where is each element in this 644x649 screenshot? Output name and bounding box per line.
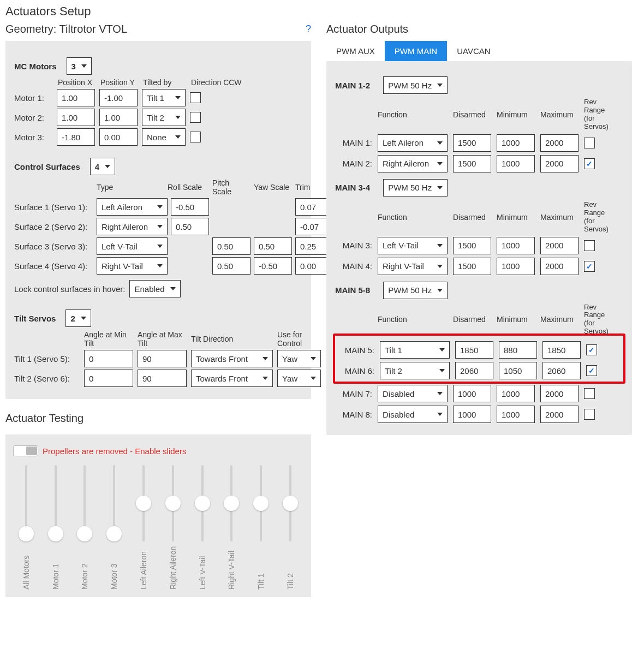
slider-thumb[interactable] bbox=[283, 496, 298, 511]
tilt-servos-count-select[interactable]: 2 bbox=[65, 309, 91, 327]
output-func-select[interactable]: Disabled bbox=[378, 406, 448, 423]
output-rev-checkbox[interactable]: ✓ bbox=[586, 365, 597, 376]
output-rev-checkbox[interactable] bbox=[584, 240, 595, 251]
motor-ccw-checkbox[interactable] bbox=[190, 112, 201, 123]
tilt-amax-input[interactable]: 90 bbox=[138, 370, 187, 387]
tilt-amin-input[interactable]: 0 bbox=[84, 370, 133, 387]
tab-uavcan[interactable]: UAVCAN bbox=[447, 41, 500, 61]
output-freq-select[interactable]: PWM 50 Hz bbox=[383, 282, 448, 299]
output-rev-checkbox[interactable]: ✓ bbox=[584, 158, 595, 169]
slider-track[interactable] bbox=[142, 465, 145, 541]
slider-thumb[interactable] bbox=[48, 526, 63, 541]
slider-track[interactable] bbox=[55, 465, 57, 541]
output-func-select[interactable]: Right V-Tail bbox=[378, 258, 448, 275]
output-max-input[interactable]: 2000 bbox=[540, 385, 579, 402]
surface-roll-input[interactable]: 0.50 bbox=[171, 218, 209, 235]
help-icon[interactable]: ? bbox=[306, 23, 311, 35]
output-min-input[interactable]: 1000 bbox=[497, 134, 535, 152]
output-disarmed-input[interactable]: 2060 bbox=[455, 362, 493, 379]
slider-track[interactable] bbox=[84, 465, 86, 541]
slider-track[interactable] bbox=[201, 465, 204, 541]
motor-tilt-select[interactable]: None bbox=[142, 128, 186, 146]
motor-posx-input[interactable]: 1.00 bbox=[57, 89, 95, 106]
enable-sliders-toggle[interactable] bbox=[13, 445, 38, 456]
output-max-input[interactable]: 2000 bbox=[540, 155, 579, 172]
slider-thumb[interactable] bbox=[106, 526, 122, 541]
output-min-input[interactable]: 1000 bbox=[497, 155, 535, 172]
output-disarmed-input[interactable]: 1500 bbox=[453, 155, 491, 172]
slider-thumb[interactable] bbox=[19, 526, 34, 541]
output-rev-checkbox[interactable] bbox=[584, 409, 595, 420]
output-freq-select[interactable]: PWM 50 Hz bbox=[383, 76, 448, 94]
tilt-use-select[interactable]: Yaw bbox=[277, 370, 321, 387]
output-disarmed-input[interactable]: 1000 bbox=[453, 385, 491, 402]
surface-type-select[interactable]: Right Aileron bbox=[97, 218, 168, 235]
slider-track[interactable] bbox=[230, 465, 232, 541]
output-rev-checkbox[interactable] bbox=[584, 388, 595, 399]
motor-posx-input[interactable]: -1.80 bbox=[57, 128, 95, 146]
lock-hover-select[interactable]: Enabled bbox=[129, 280, 180, 297]
surface-yaw-input[interactable]: 0.50 bbox=[254, 237, 292, 255]
tilt-dir-select[interactable]: Towards Front bbox=[191, 370, 273, 387]
output-max-input[interactable]: 2000 bbox=[540, 258, 579, 275]
output-min-input[interactable]: 1000 bbox=[497, 237, 535, 254]
slider-thumb[interactable] bbox=[77, 526, 92, 541]
motor-posx-input[interactable]: 1.00 bbox=[57, 109, 95, 126]
surface-type-select[interactable]: Right V-Tail bbox=[97, 257, 168, 275]
output-min-input[interactable]: 1000 bbox=[497, 406, 535, 423]
tilt-amax-input[interactable]: 90 bbox=[138, 350, 187, 367]
output-func-select[interactable]: Tilt 1 bbox=[380, 341, 450, 359]
output-max-input[interactable]: 2000 bbox=[540, 237, 579, 254]
output-disarmed-input[interactable]: 1000 bbox=[453, 406, 491, 423]
control-surfaces-count-select[interactable]: 4 bbox=[90, 158, 115, 175]
output-disarmed-input[interactable]: 1500 bbox=[453, 258, 491, 275]
output-max-input[interactable]: 2060 bbox=[542, 362, 581, 379]
output-min-input[interactable]: 1000 bbox=[497, 385, 535, 402]
tilt-dir-select[interactable]: Towards Front bbox=[191, 350, 273, 367]
output-max-input[interactable]: 2000 bbox=[540, 406, 579, 423]
slider-track[interactable] bbox=[113, 465, 115, 541]
output-max-input[interactable]: 1850 bbox=[542, 341, 581, 359]
tab-pwm-aux[interactable]: PWM AUX bbox=[326, 41, 385, 61]
motor-tilt-select[interactable]: Tilt 2 bbox=[142, 109, 186, 126]
slider-thumb[interactable] bbox=[253, 496, 269, 511]
output-func-select[interactable]: Tilt 2 bbox=[380, 362, 450, 379]
motor-posy-input[interactable]: -1.00 bbox=[99, 89, 138, 106]
output-func-select[interactable]: Left Aileron bbox=[378, 134, 448, 152]
output-min-input[interactable]: 880 bbox=[499, 341, 537, 359]
surface-pitch-input[interactable]: 0.50 bbox=[212, 237, 251, 255]
output-freq-select[interactable]: PWM 50 Hz bbox=[383, 179, 448, 197]
mc-motors-count-select[interactable]: 3 bbox=[67, 57, 92, 75]
motor-posy-input[interactable]: 1.00 bbox=[99, 109, 138, 126]
slider-track[interactable] bbox=[25, 465, 27, 541]
output-min-input[interactable]: 1000 bbox=[497, 258, 535, 275]
tab-pwm-main[interactable]: PWM MAIN bbox=[385, 41, 447, 61]
motor-posy-input[interactable]: 0.00 bbox=[99, 128, 138, 146]
output-max-input[interactable]: 2000 bbox=[540, 134, 579, 152]
output-rev-checkbox[interactable]: ✓ bbox=[586, 344, 597, 355]
motor-ccw-checkbox[interactable] bbox=[190, 92, 201, 103]
surface-yaw-input[interactable]: -0.50 bbox=[254, 257, 292, 275]
slider-track[interactable] bbox=[172, 465, 174, 541]
slider-track[interactable] bbox=[289, 465, 291, 541]
output-disarmed-input[interactable]: 1500 bbox=[453, 134, 491, 152]
motor-ccw-checkbox[interactable] bbox=[190, 132, 201, 142]
surface-roll-input[interactable]: -0.50 bbox=[171, 198, 209, 216]
slider-thumb[interactable] bbox=[136, 496, 151, 511]
surface-pitch-input[interactable]: 0.50 bbox=[212, 257, 251, 275]
output-min-input[interactable]: 1050 bbox=[499, 362, 537, 379]
output-func-select[interactable]: Right Aileron bbox=[378, 155, 448, 172]
output-disarmed-input[interactable]: 1850 bbox=[455, 341, 493, 359]
surface-type-select[interactable]: Left Aileron bbox=[97, 198, 168, 216]
output-rev-checkbox[interactable]: ✓ bbox=[584, 261, 595, 272]
slider-thumb[interactable] bbox=[195, 496, 210, 511]
surface-type-select[interactable]: Left V-Tail bbox=[97, 237, 168, 255]
motor-tilt-select[interactable]: Tilt 1 bbox=[142, 89, 186, 106]
output-func-select[interactable]: Left V-Tail bbox=[378, 237, 448, 254]
output-rev-checkbox[interactable] bbox=[584, 138, 595, 148]
output-func-select[interactable]: Disabled bbox=[378, 385, 448, 402]
tilt-use-select[interactable]: Yaw bbox=[277, 350, 321, 367]
slider-thumb[interactable] bbox=[224, 496, 239, 511]
tilt-amin-input[interactable]: 0 bbox=[84, 350, 133, 367]
output-disarmed-input[interactable]: 1500 bbox=[453, 237, 491, 254]
